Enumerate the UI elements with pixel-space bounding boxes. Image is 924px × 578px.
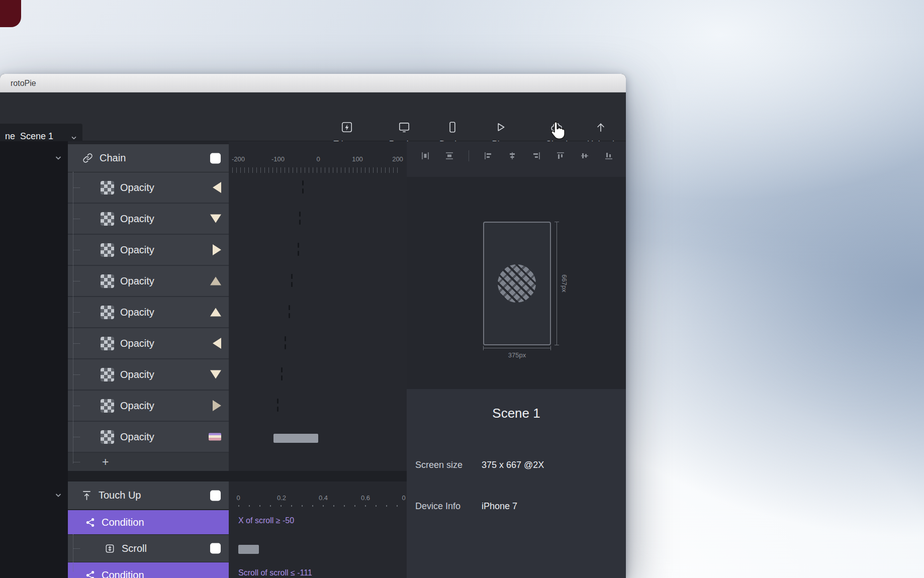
chain-color-swatch[interactable] (210, 153, 221, 163)
layer-row-condition-1[interactable]: Condition (68, 510, 229, 534)
timeline-keyframe-dash (281, 367, 283, 372)
ruler-ticks (232, 167, 401, 173)
tree-stub (73, 406, 80, 406)
keyframe-marker[interactable] (210, 370, 221, 379)
distribute-horizontal-icon[interactable] (420, 151, 430, 161)
align-left-icon[interactable] (483, 151, 493, 161)
opacity-checker-icon (101, 399, 114, 413)
timeline-keyframe-dash (302, 180, 304, 185)
align-bottom-icon[interactable] (604, 151, 614, 161)
condition-formula-1[interactable]: X of scroll ≥ -50 (238, 516, 294, 525)
screen-size-label: Screen size (415, 460, 463, 470)
opacity-label: Opacity (120, 400, 154, 412)
device-info-value: iPhone 7 (482, 501, 517, 512)
opacity-checker-icon (101, 337, 114, 350)
protopie-logo (498, 264, 536, 303)
opacity-label: Opacity (120, 307, 154, 318)
measure-cap (555, 345, 559, 345)
keyframe-marker[interactable] (213, 244, 221, 255)
scroll-icon (104, 543, 116, 554)
tree-connector (73, 534, 73, 571)
layer-row-touch-up[interactable]: Touch Up (68, 481, 229, 509)
layer-row-scroll[interactable]: Scroll (68, 535, 229, 562)
align-toolbar-icons (420, 150, 626, 161)
layer-row-opacity-8[interactable]: Opacity (68, 391, 229, 422)
layer-row-opacity-4[interactable]: Opacity (68, 266, 229, 297)
keyframe-marker[interactable] (210, 215, 221, 223)
timeline-keyframe-dash (299, 212, 301, 217)
keyframe-marker[interactable] (210, 277, 221, 285)
timeline-keyframe-dash (291, 282, 293, 287)
timeline-keyframe-dash (277, 407, 279, 412)
ruler-tick-label: -100 (271, 155, 285, 163)
condition-formula-2[interactable]: Scroll of scroll ≤ -111 (238, 568, 312, 578)
screen-size-value: 375 x 667 @2X (482, 460, 544, 470)
align-right-icon[interactable] (531, 151, 541, 161)
touch-up-color-swatch[interactable] (210, 490, 221, 501)
tree-stub (73, 374, 80, 375)
tree-stub (73, 281, 80, 281)
keyframe-marker[interactable] (213, 182, 221, 193)
ruler-tick-label: -200 (232, 155, 245, 163)
ruler-tick-label: 100 (352, 155, 363, 163)
layer-row-opacity-9[interactable]: Opacity (68, 422, 229, 453)
device-icon (429, 121, 476, 137)
layer-row-opacity-3[interactable]: Opacity (68, 235, 229, 266)
timeline-duration-bar[interactable] (238, 545, 259, 554)
tree-connector (73, 172, 73, 463)
opacity-label: Opacity (120, 244, 154, 256)
ruler-tick-label: 0.6 (361, 494, 370, 502)
add-response-button[interactable]: + (68, 453, 229, 471)
keyframe-marker[interactable] (210, 308, 221, 317)
tree-stub (73, 548, 80, 549)
chain-link-icon (82, 152, 94, 164)
toolbar-separator (469, 150, 469, 161)
timeline-keyframe-dash (302, 188, 304, 194)
width-measure-line (483, 348, 551, 348)
scene-selector-prefix: ne (5, 131, 15, 142)
timeline-duration-bar[interactable] (273, 434, 318, 443)
timeline-keyframe-dash (298, 243, 299, 248)
scene-title: Scene 1 (407, 406, 626, 421)
timeline-keyframe-dash (291, 274, 293, 279)
window-titlebar[interactable]: rotoPie (0, 74, 626, 92)
keyframe-marker[interactable] (213, 400, 221, 411)
layer-row-opacity-7[interactable]: Opacity (68, 359, 229, 391)
timeline-keyframe-dash (281, 375, 283, 380)
layer-row-opacity-6[interactable]: Opacity (68, 328, 229, 359)
keyframe-marker[interactable] (209, 433, 221, 441)
tree-stub (73, 187, 80, 188)
scroll-color-swatch[interactable] (210, 543, 221, 554)
protopie-window: rotoPie ne Scene 1 Trigger Pr (0, 74, 626, 578)
device-info-label: Device Info (415, 501, 460, 512)
chain-label: Chain (100, 152, 126, 164)
layer-row-opacity-5[interactable]: Opacity (68, 297, 229, 328)
distribute-vertical-icon[interactable] (444, 151, 454, 161)
collapse-touchup-icon[interactable] (54, 491, 62, 501)
layer-row-chain[interactable]: Chain (68, 144, 229, 172)
touch-up-icon (81, 490, 93, 501)
cloud-icon (533, 121, 580, 137)
layer-row-opacity-2[interactable]: Opacity (68, 204, 229, 235)
keyframe-marker[interactable] (213, 338, 221, 349)
main-toolbar: ne Scene 1 Trigger Preview (0, 92, 626, 141)
left-rail (0, 141, 68, 578)
opacity-checker-icon (101, 243, 114, 257)
layer-row-opacity-1[interactable]: Opacity (68, 172, 229, 204)
play-icon (477, 121, 524, 137)
align-middle-vertical-icon[interactable] (580, 151, 590, 161)
timeline-keyframe-dash (298, 251, 299, 256)
timeline-keyframe-dash (285, 336, 286, 341)
timeline-keyframe-dash (289, 313, 290, 318)
tree-stub (73, 312, 80, 313)
align-top-icon[interactable] (556, 151, 566, 161)
timeline-lower-section (229, 481, 407, 578)
layer-row-condition-2[interactable]: Condition (68, 562, 229, 578)
opacity-label: Opacity (120, 338, 154, 349)
ruler-tick-label: 0 (402, 494, 405, 502)
align-center-horizontal-icon[interactable] (507, 151, 517, 161)
ruler-tick-label: 0 (236, 494, 240, 502)
collapse-chain-icon[interactable] (54, 154, 62, 164)
ruler-tick-label: 0 (316, 155, 320, 163)
timeline-keyframe-dash (289, 305, 290, 310)
